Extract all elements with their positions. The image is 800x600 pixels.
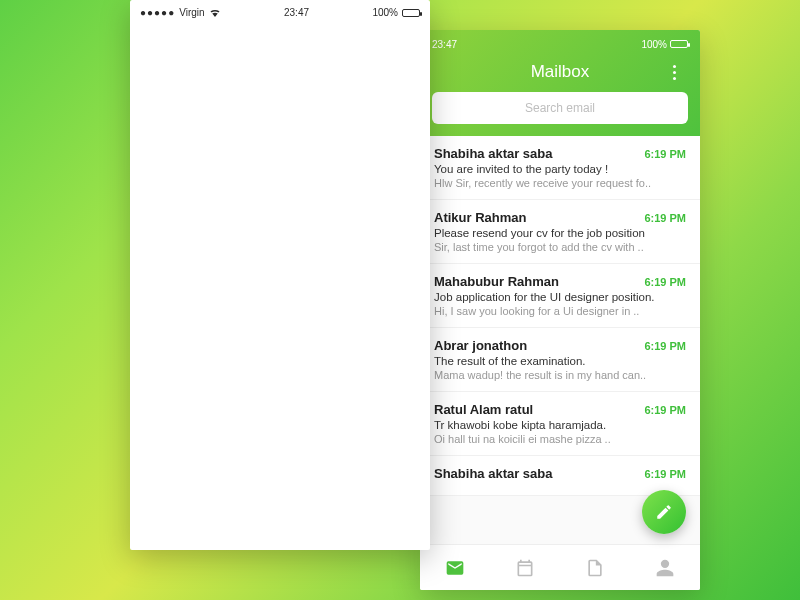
email-time: 6:19 PM [644,340,686,352]
mailbox-screen: 23:47 100% Mailbox Search email Shabiha … [420,30,700,590]
status-bar: 23:47 100% [432,36,688,52]
battery-icon [670,40,688,48]
status-time: 23:47 [432,39,457,50]
email-list[interactable]: Shabiha aktar saba6:19 PMYou are invited… [420,136,700,544]
email-sender: Shabiha aktar saba [434,466,553,481]
email-time: 6:19 PM [644,212,686,224]
tab-profile[interactable] [653,556,677,580]
email-sender: Atikur Rahman [434,210,526,225]
status-battery-text-left: 100% [372,7,398,18]
page-title: Mailbox [531,62,590,82]
email-subject: Please resend your cv for the job positi… [434,227,686,239]
app-header: 23:47 100% Mailbox Search email [420,30,700,136]
calendar-icon [515,558,535,578]
file-icon [585,558,605,578]
email-sender: Abrar jonathon [434,338,527,353]
compose-button[interactable] [642,490,686,534]
email-time: 6:19 PM [644,276,686,288]
email-sender: Ratul Alam ratul [434,402,533,417]
search-input[interactable]: Search email [432,92,688,124]
email-subject: Tr khawobi kobe kipta haramjada. [434,419,686,431]
email-preview: Mama wadup! the result is in my hand can… [434,369,686,381]
email-time: 6:19 PM [644,148,686,160]
tab-files[interactable] [583,556,607,580]
email-row[interactable]: Shabiha aktar saba6:19 PMYou are invited… [420,136,700,200]
email-row[interactable]: Atikur Rahman6:19 PMPlease resend your c… [420,200,700,264]
status-bar-left: ●●●●● Virgin 23:47 100% [130,0,430,20]
tab-calendar[interactable] [513,556,537,580]
carrier-label: Virgin [179,7,204,18]
wifi-icon [209,8,221,17]
email-row[interactable]: Mahabubur Rahman6:19 PMJob application f… [420,264,700,328]
email-sender: Shabiha aktar saba [434,146,553,161]
email-preview: Hlw Sir, recently we receive your reques… [434,177,686,189]
person-icon [655,558,675,578]
email-time: 6:19 PM [644,404,686,416]
email-time: 6:19 PM [644,468,686,480]
title-bar: Mailbox [432,52,688,92]
status-battery-text: 100% [641,39,667,50]
search-placeholder: Search email [525,101,595,115]
status-time-left: 23:47 [284,7,309,18]
email-preview: Hi, I saw you looking for a Ui designer … [434,305,686,317]
email-preview: Oi hall tui na koicili ei mashe pizza .. [434,433,686,445]
email-sender: Mahabubur Rahman [434,274,559,289]
battery-icon-left [402,9,420,17]
email-subject: You are invited to the party today ! [434,163,686,175]
tab-mail[interactable] [443,556,467,580]
tab-bar [420,544,700,590]
email-row[interactable]: Abrar jonathon6:19 PMThe result of the e… [420,328,700,392]
more-options-button[interactable] [662,60,686,84]
signal-icon: ●●●●● [140,7,175,18]
pencil-icon [655,503,673,521]
email-subject: Job application for the UI designer posi… [434,291,686,303]
email-subject: The result of the examination. [434,355,686,367]
blank-screen: ●●●●● Virgin 23:47 100% [130,0,430,550]
email-preview: Sir, last time you forgot to add the cv … [434,241,686,253]
mail-icon [445,558,465,578]
email-row[interactable]: Ratul Alam ratul6:19 PMTr khawobi kobe k… [420,392,700,456]
